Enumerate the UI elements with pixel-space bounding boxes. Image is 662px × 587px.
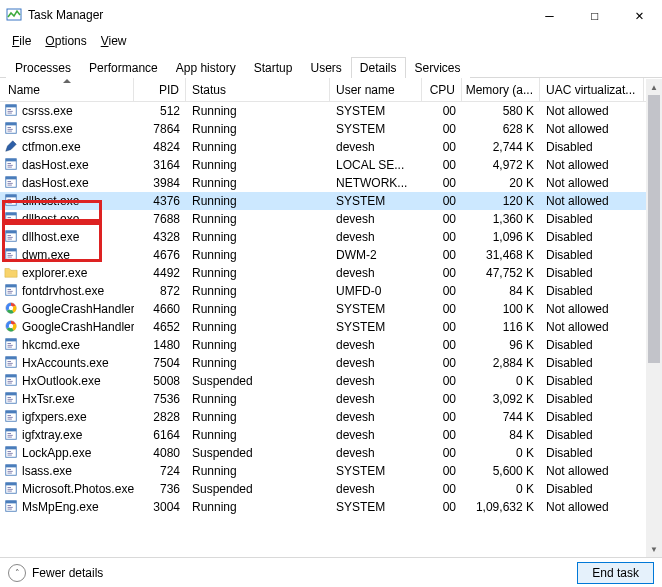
svg-rect-18 [8, 181, 12, 182]
process-name: explorer.exe [22, 266, 87, 280]
tab-services[interactable]: Services [406, 57, 470, 78]
table-row[interactable]: GoogleCrashHandler...4660RunningSYSTEM00… [0, 300, 662, 318]
table-row[interactable]: csrss.exe512RunningSYSTEM00580 KNot allo… [0, 102, 662, 120]
svg-rect-58 [8, 362, 13, 363]
vertical-scrollbar[interactable]: ▲ ▼ [646, 79, 662, 557]
tab-users[interactable]: Users [301, 57, 350, 78]
svg-rect-32 [6, 230, 17, 233]
process-status: Suspended [186, 446, 330, 460]
table-row[interactable]: ctfmon.exe4824Runningdevesh002,744 KDisa… [0, 138, 662, 156]
table-row[interactable]: LockApp.exe4080Suspendeddevesh000 KDisab… [0, 444, 662, 462]
fewer-details-button[interactable]: ˄ Fewer details [8, 564, 103, 582]
table-row[interactable]: dllhost.exe7688Runningdevesh001,360 KDis… [0, 210, 662, 228]
process-cpu: 00 [422, 374, 462, 388]
chevron-up-icon: ˄ [8, 564, 26, 582]
process-status: Running [186, 266, 330, 280]
process-icon [4, 445, 18, 462]
tab-processes[interactable]: Processes [6, 57, 80, 78]
process-icon [4, 211, 18, 228]
close-button[interactable]: ✕ [617, 0, 662, 30]
table-row[interactable]: igfxpers.exe2828Runningdevesh00744 KDisa… [0, 408, 662, 426]
process-name: dllhost.exe [22, 194, 79, 208]
table-row[interactable]: GoogleCrashHandler...4652RunningSYSTEM00… [0, 318, 662, 336]
tab-app-history[interactable]: App history [167, 57, 245, 78]
process-uac: Disabled [540, 392, 644, 406]
svg-rect-83 [8, 452, 13, 453]
process-pid: 3004 [134, 500, 186, 514]
col-header-pid[interactable]: PID [134, 78, 186, 101]
menu-file[interactable]: File [6, 32, 37, 50]
svg-rect-45 [8, 292, 12, 293]
table-row[interactable]: explorer.exe4492Runningdevesh0047,752 KD… [0, 264, 662, 282]
col-header-memory[interactable]: Memory (a... [462, 78, 540, 101]
table-row[interactable]: dllhost.exe4328Runningdevesh001,096 KDis… [0, 228, 662, 246]
process-name: dllhost.exe [22, 230, 79, 244]
process-pid: 4676 [134, 248, 186, 262]
col-header-uac[interactable]: UAC virtualizat... [540, 78, 644, 101]
svg-rect-28 [8, 217, 12, 218]
table-row[interactable]: dllhost.exe4376RunningSYSTEM00120 KNot a… [0, 192, 662, 210]
table-row[interactable]: HxTsr.exe7536Runningdevesh003,092 KDisab… [0, 390, 662, 408]
tab-performance[interactable]: Performance [80, 57, 167, 78]
process-uac: Not allowed [540, 194, 644, 208]
process-user: devesh [330, 356, 422, 370]
col-header-cpu[interactable]: CPU [422, 78, 462, 101]
process-user: SYSTEM [330, 302, 422, 316]
process-cpu: 00 [422, 194, 462, 208]
svg-rect-96 [6, 500, 17, 503]
process-uac: Disabled [540, 266, 644, 280]
col-header-name[interactable]: Name [0, 78, 134, 101]
process-pid: 4492 [134, 266, 186, 280]
maximize-button[interactable]: ☐ [572, 0, 617, 30]
svg-rect-59 [8, 364, 12, 365]
table-row[interactable]: fontdrvhost.exe872RunningUMFD-00084 KDis… [0, 282, 662, 300]
footer-bar: ˄ Fewer details End task [0, 557, 662, 587]
col-header-user[interactable]: User name [330, 78, 422, 101]
svg-rect-73 [8, 416, 13, 417]
svg-rect-63 [8, 380, 13, 381]
table-row[interactable]: hkcmd.exe1480Runningdevesh0096 KDisabled [0, 336, 662, 354]
process-status: Running [186, 410, 330, 424]
table-row[interactable]: dwm.exe4676RunningDWM-20031,468 KDisable… [0, 246, 662, 264]
process-pid: 3984 [134, 176, 186, 190]
process-cpu: 00 [422, 428, 462, 442]
table-row[interactable]: MsMpEng.exe3004RunningSYSTEM001,09,632 K… [0, 498, 662, 516]
process-uac: Disabled [540, 374, 644, 388]
svg-rect-8 [8, 127, 12, 128]
scroll-up-button[interactable]: ▲ [646, 79, 662, 95]
minimize-button[interactable]: — [527, 0, 572, 30]
process-user: SYSTEM [330, 320, 422, 334]
process-cpu: 00 [422, 320, 462, 334]
process-name: dllhost.exe [22, 212, 79, 226]
table-row[interactable]: dasHost.exe3164RunningLOCAL SE...004,972… [0, 156, 662, 174]
table-row[interactable]: lsass.exe724RunningSYSTEM005,600 KNot al… [0, 462, 662, 480]
process-status: Running [186, 356, 330, 370]
table-row[interactable]: HxOutlook.exe5008Suspendeddevesh000 KDis… [0, 372, 662, 390]
scroll-down-button[interactable]: ▼ [646, 541, 662, 557]
process-uac: Disabled [540, 230, 644, 244]
svg-rect-44 [8, 290, 13, 291]
svg-rect-40 [8, 256, 12, 257]
process-user: devesh [330, 140, 422, 154]
col-header-status[interactable]: Status [186, 78, 330, 101]
menu-view[interactable]: View [95, 32, 133, 50]
process-icon [4, 427, 18, 444]
table-row[interactable]: csrss.exe7864RunningSYSTEM00628 KNot all… [0, 120, 662, 138]
svg-rect-88 [8, 470, 13, 471]
process-uac: Disabled [540, 428, 644, 442]
process-uac: Disabled [540, 356, 644, 370]
table-row[interactable]: igfxtray.exe6164Runningdevesh0084 KDisab… [0, 426, 662, 444]
scroll-thumb[interactable] [648, 95, 660, 363]
menu-options[interactable]: Options [39, 32, 92, 50]
table-row[interactable]: dasHost.exe3984RunningNETWORK...0020 KNo… [0, 174, 662, 192]
process-icon [4, 355, 18, 372]
process-cpu: 00 [422, 410, 462, 424]
svg-rect-35 [8, 238, 12, 239]
end-task-button[interactable]: End task [577, 562, 654, 584]
tab-startup[interactable]: Startup [245, 57, 302, 78]
table-row[interactable]: Microsoft.Photos.exe736Suspendeddevesh00… [0, 480, 662, 498]
table-row[interactable]: HxAccounts.exe7504Runningdevesh002,884 K… [0, 354, 662, 372]
tab-details[interactable]: Details [351, 57, 406, 78]
process-memory: 3,092 K [462, 392, 540, 406]
process-name: GoogleCrashHandler... [22, 302, 134, 316]
